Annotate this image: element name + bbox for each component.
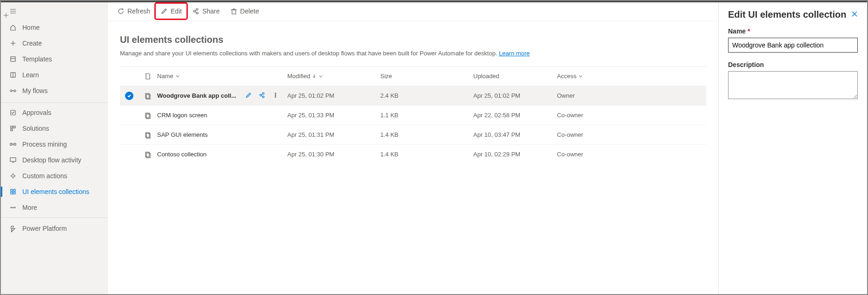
table-row[interactable]: SAP GUI elementsApr 25, 01:31 PM1.4 KBAp… [120,125,706,144]
chevron-down-icon [578,74,583,79]
row-name: Woodgrove Bank app coll... [157,92,236,99]
content-area: UI elements collections Manage and share… [108,21,718,294]
row-modified: Apr 25, 01:30 PM [287,151,380,158]
share-button[interactable]: Share [187,4,224,19]
row-name: CRM logon screen [157,112,207,119]
sidebar-item-label: Custom actions [22,172,67,180]
book-icon [9,71,17,79]
home-icon [9,24,17,31]
app-root: HomeCreateTemplatesLearnMy flows Approva… [0,0,868,295]
sidebar-section-btm: Power Platform [1,218,107,236]
collections-table: Name Modified Size Uploaded [120,66,706,164]
svg-point-52 [275,94,276,95]
sidebar: HomeCreateTemplatesLearnMy flows Approva… [1,1,108,294]
sort-down-icon [312,74,317,79]
name-input[interactable] [728,38,858,53]
delete-label: Delete [240,7,259,15]
row-uploaded: Apr 25, 01:02 PM [473,92,557,99]
svg-rect-31 [13,192,15,194]
table-row[interactable]: Contoso collectionApr 25, 01:30 PM1.4 KB… [120,144,706,164]
sidebar-item-label: Solutions [22,125,49,132]
edit-button[interactable]: Edit [156,4,186,19]
sidebar-item-templates[interactable]: Templates [1,51,107,67]
svg-rect-15 [11,126,13,128]
row-uploaded: Apr 10, 03:47 PM [473,131,557,138]
header-name[interactable]: Name [157,73,287,80]
svg-rect-18 [10,143,12,145]
learn-more-link[interactable]: Learn more [499,50,530,57]
more-icon [9,204,17,211]
desktop-activity-icon [9,156,17,164]
sidebar-item-label: My flows [22,87,47,94]
svg-point-12 [14,90,16,92]
collection-file-icon [144,112,152,119]
sidebar-item-label: UI elements collections [22,188,89,195]
svg-line-38 [195,10,197,11]
flow-icon [9,87,17,94]
description-input[interactable] [728,71,858,99]
sidebar-item-home[interactable]: Home [1,20,107,35]
approvals-icon [9,109,17,116]
delete-button[interactable]: Delete [225,4,264,19]
sidebar-item-desktop-flow-activity[interactable]: Desktop flow activity [1,152,107,168]
sidebar-item-ui-elements-collections[interactable]: UI elements collections [1,184,107,200]
svg-line-49 [261,94,263,94]
power-platform-icon [9,225,17,232]
header-modified[interactable]: Modified [287,73,380,80]
svg-point-34 [14,207,15,208]
toolbar: Refresh Edit Share Delete [108,1,718,21]
svg-rect-30 [11,192,13,194]
header-access[interactable]: Access [557,73,622,80]
row-access: Co-owner [557,151,622,158]
header-size[interactable]: Size [380,73,473,80]
chevron-down-icon [318,74,323,79]
sidebar-item-more[interactable]: More [1,200,107,215]
chevron-down-icon [175,74,180,79]
sidebar-item-approvals[interactable]: Approvals [1,105,107,121]
sidebar-item-process-mining[interactable]: Process mining [1,136,107,152]
svg-point-51 [275,93,276,94]
row-access: Co-owner [557,131,622,138]
table-row[interactable]: CRM logon screenApr 25, 01:33 PM1.1 KBAp… [120,105,706,125]
sidebar-item-learn[interactable]: Learn [1,67,107,83]
sidebar-item-label: Templates [22,55,52,63]
refresh-button[interactable]: Refresh [113,4,155,19]
plus-icon [9,40,17,47]
sidebar-item-custom-actions[interactable]: Custom actions [1,168,107,184]
sidebar-item-label: Approvals [22,109,51,116]
edit-label: Edit [171,7,182,15]
sidebar-item-my-flows[interactable]: My flows [1,83,107,99]
row-selected-check-icon[interactable] [125,92,133,100]
templates-icon [9,55,17,63]
table-header-row: Name Modified Size Uploaded [120,66,706,86]
sidebar-section-top: HomeCreateTemplatesLearnMy flows [1,20,107,103]
row-access: Owner [557,92,622,99]
expand-add-icon[interactable] [3,12,9,20]
sidebar-item-create[interactable]: Create [1,35,107,51]
panel-title: Edit UI elements collection [728,9,847,20]
sidebar-item-label: Desktop flow activity [22,156,81,164]
sidebar-item-solutions[interactable]: Solutions [1,121,107,136]
row-more-icon[interactable] [272,92,279,100]
file-type-header-icon [144,73,152,80]
svg-rect-21 [10,158,16,161]
svg-rect-14 [11,110,15,115]
row-edit-icon[interactable] [245,92,252,100]
header-uploaded[interactable]: Uploaded [473,73,557,80]
svg-rect-19 [14,143,16,145]
close-panel-button[interactable] [851,11,858,19]
row-modified: Apr 25, 01:31 PM [287,131,380,138]
share-label: Share [202,7,219,15]
svg-point-32 [11,207,12,208]
sidebar-item-label: Home [22,24,40,31]
row-modified: Apr 25, 01:02 PM [287,92,380,99]
collection-file-icon [144,131,152,139]
hamburger-button[interactable] [1,3,107,20]
svg-line-39 [195,12,197,13]
row-uploaded: Apr 10, 02:29 PM [473,151,557,158]
table-row[interactable]: Woodgrove Bank app coll...Apr 25, 01:02 … [120,86,706,105]
row-share-icon[interactable] [258,92,265,100]
sidebar-item-power-platform[interactable]: Power Platform [1,221,107,236]
solutions-icon [9,125,17,132]
page-description: Manage and share your UI elements collec… [120,50,706,57]
